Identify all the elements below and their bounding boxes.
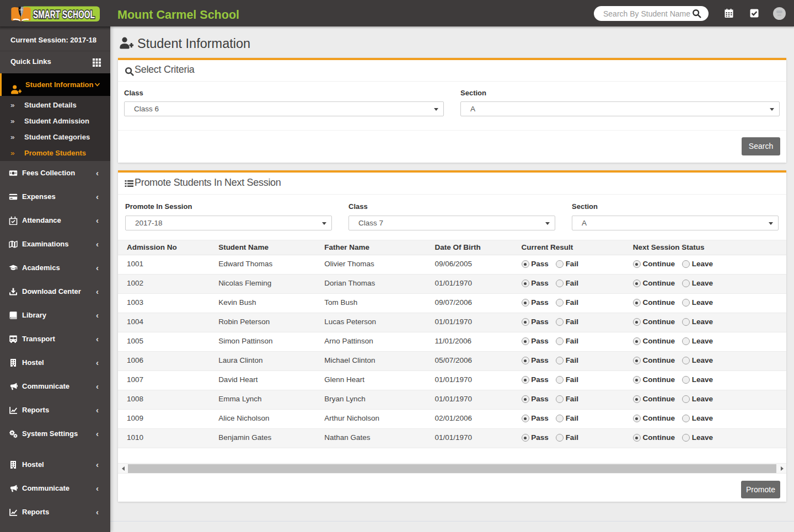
svg-text:SMART SCHOOL: SMART SCHOOL xyxy=(33,8,95,20)
